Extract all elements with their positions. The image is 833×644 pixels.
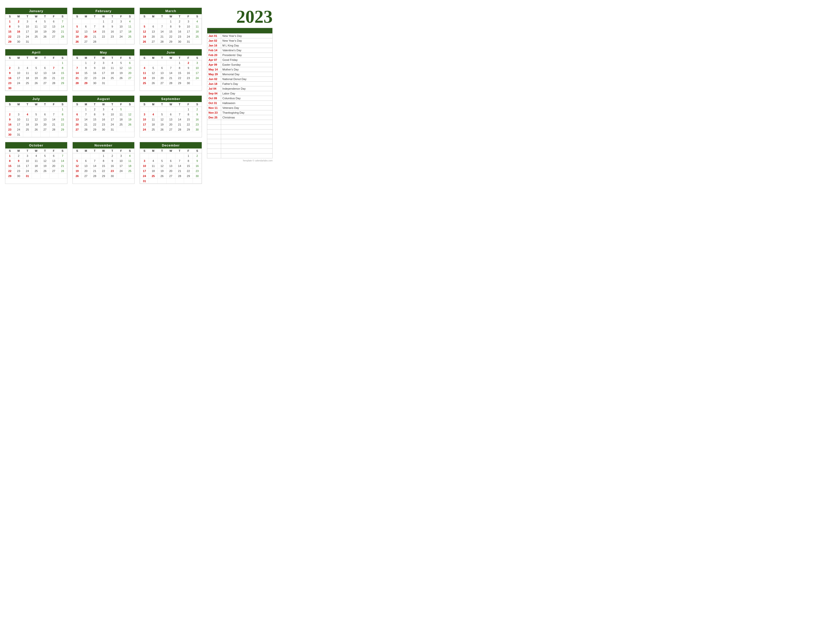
empty-row xyxy=(207,144,273,149)
day: 5 xyxy=(73,24,82,29)
day: 17 xyxy=(23,29,32,34)
day: 1 xyxy=(166,19,175,24)
day: 19 xyxy=(149,76,158,80)
day: 25 xyxy=(140,80,149,85)
empty-row xyxy=(207,125,273,130)
day: 30 xyxy=(108,174,117,179)
day: 12 xyxy=(140,29,149,34)
day: 15 xyxy=(184,163,193,169)
day xyxy=(108,39,117,44)
holiday-name: Independence Day xyxy=(221,86,273,91)
day: 19 xyxy=(41,29,50,34)
month-header-may: May xyxy=(73,49,135,56)
day: 15 xyxy=(90,117,99,122)
day: 11 xyxy=(125,24,134,29)
holiday-name: M L King Day xyxy=(221,43,273,48)
day: 27 xyxy=(41,80,50,85)
holiday-name: National Donut Day xyxy=(221,77,273,82)
day: 3 xyxy=(99,107,108,112)
day xyxy=(108,80,117,85)
day: 27 xyxy=(82,39,90,44)
day: 20 xyxy=(158,76,166,80)
day: 14 xyxy=(175,117,184,122)
day: 5 xyxy=(158,112,166,117)
day: 1 xyxy=(6,19,14,24)
holiday-date: Apr 07 xyxy=(207,58,221,63)
day: 7 xyxy=(90,24,99,29)
day xyxy=(49,39,58,44)
day: 29 xyxy=(175,80,184,85)
day: 13 xyxy=(49,24,58,29)
holiday-row: May 14 Mother's Day xyxy=(207,67,273,72)
day: 13 xyxy=(41,117,50,122)
day: 21 xyxy=(175,169,184,174)
day: 23 xyxy=(90,76,99,80)
day: 3 xyxy=(23,153,32,158)
day: 20 xyxy=(41,122,50,127)
day: 12 xyxy=(73,29,82,34)
day: 8 xyxy=(82,65,90,71)
day: 3 xyxy=(99,60,108,65)
day: 30 xyxy=(14,174,23,179)
day: 22 xyxy=(58,76,67,80)
holiday-date: Jun 02 xyxy=(207,77,221,82)
holiday-row: Sep 04 Labor Day xyxy=(207,91,273,96)
day xyxy=(117,127,125,132)
day: 18 xyxy=(125,29,134,34)
day: 13 xyxy=(149,29,158,34)
day: 17 xyxy=(140,122,149,127)
holiday-row: Feb 14 Valentine's Day xyxy=(207,48,273,53)
holiday-date: May 29 xyxy=(207,72,221,77)
day: 24 xyxy=(23,169,32,174)
day: 11 xyxy=(108,65,117,71)
day xyxy=(58,174,67,179)
day: 24 xyxy=(14,80,23,85)
day: 28 xyxy=(166,80,175,85)
day xyxy=(41,85,50,91)
day xyxy=(58,132,67,137)
day: 10 xyxy=(14,71,23,76)
day: 11 xyxy=(149,117,158,122)
day: 4 xyxy=(23,65,32,71)
day: 16 xyxy=(90,71,99,76)
month-header-march: March xyxy=(140,8,202,14)
day xyxy=(6,107,14,112)
month-header-june: June xyxy=(140,49,202,56)
day: 23 xyxy=(184,76,193,80)
day: 1 xyxy=(184,107,193,112)
day: 21 xyxy=(158,34,166,39)
day xyxy=(49,85,58,91)
day: 5 xyxy=(149,65,158,71)
day: 11 xyxy=(149,163,158,169)
day: 15 xyxy=(6,29,14,34)
day: 31 xyxy=(23,39,32,44)
day: 10 xyxy=(14,117,23,122)
day: 5 xyxy=(140,24,149,29)
holiday-name: Labor Day xyxy=(221,91,273,96)
day: 26 xyxy=(41,169,50,174)
day xyxy=(193,39,202,44)
day: 28 xyxy=(175,127,184,132)
empty-row xyxy=(207,130,273,134)
day xyxy=(158,60,166,65)
day: 29 xyxy=(184,174,193,179)
day: 8 xyxy=(184,112,193,117)
day: 4 xyxy=(149,158,158,163)
day: 2 xyxy=(6,112,14,117)
day: 22 xyxy=(58,122,67,127)
holiday-name: Easter Sunday xyxy=(221,63,273,67)
month-august: August SMTWTFS 1 2 3 4 5 6 7 8 9 10 xyxy=(72,95,135,137)
month-header-august: August xyxy=(73,96,135,102)
holiday-date: Apr 09 xyxy=(207,63,221,67)
day xyxy=(158,153,166,158)
day: 11 xyxy=(23,71,32,76)
day: 9 xyxy=(99,112,108,117)
day: 24 xyxy=(14,127,23,132)
day xyxy=(125,127,134,132)
day xyxy=(23,132,32,137)
day: 5 xyxy=(41,19,50,24)
day: 16 xyxy=(193,163,202,169)
day: 7 xyxy=(90,158,99,163)
day: 9 xyxy=(108,24,117,29)
day: 6 xyxy=(166,158,175,163)
